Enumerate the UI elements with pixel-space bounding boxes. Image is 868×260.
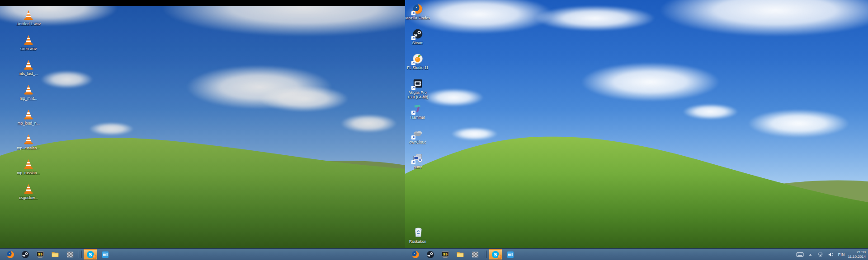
volume-icon[interactable] xyxy=(827,251,835,258)
desktop-icon-mp-milit[interactable]: mp_milit... xyxy=(16,84,41,108)
taskbar-separator xyxy=(484,251,487,258)
taskbar-button-skype[interactable]: S xyxy=(489,249,502,260)
tray-clock[interactable]: 21:30 11.10.2014 xyxy=(848,250,866,259)
desktop-icon-label: FL Studio 11 xyxy=(407,65,428,70)
left-desktop-icon-column: Untitled 1.wav siren.wav mts_last_... mp… xyxy=(16,9,41,208)
shortcut-arrow-icon xyxy=(411,160,415,164)
desktop-icon-label: siren.wav xyxy=(20,46,37,51)
taskbar-button-notes-app[interactable] xyxy=(504,249,517,260)
desktop-icon-label: mp_milit... xyxy=(20,96,38,101)
desktop-icon-label: mp_loud_n... xyxy=(17,121,39,125)
letterbox-bar xyxy=(0,0,405,6)
desktop-icon-mp-russian-1[interactable]: mp_russian... xyxy=(16,133,41,158)
taskbar-button-file-explorer[interactable] xyxy=(453,249,467,260)
shortcut-arrow-icon xyxy=(411,86,415,90)
fl-studio-icon xyxy=(412,53,424,65)
taskbar-right: 99 S FIN 21:30 11.10.2014 xyxy=(405,248,868,260)
system-tray: FIN 21:30 11.10.2014 xyxy=(796,249,866,260)
bliss-wallpaper xyxy=(0,0,405,260)
language-indicator[interactable]: FIN xyxy=(838,252,845,257)
hidden-icons-chevron-icon[interactable] xyxy=(807,251,814,258)
shortcut-arrow-icon xyxy=(411,36,415,40)
vlc-cone-icon xyxy=(23,158,34,170)
fraps-icon: 99 xyxy=(441,250,450,259)
desktop-icon-label: Hammer xyxy=(410,115,425,120)
notification-badge xyxy=(498,255,501,259)
blue-tile-icon xyxy=(101,250,110,259)
desktop-icon-label: mts_last_... xyxy=(19,71,38,76)
taskbar-button-grid-app[interactable] xyxy=(468,249,482,260)
vegas-pro-icon xyxy=(412,78,424,89)
desktop-icon-label: mp_russian... xyxy=(17,171,40,175)
folder-icon xyxy=(456,250,465,259)
bliss-wallpaper xyxy=(405,0,868,260)
steam-icon xyxy=(412,28,424,40)
firefox-icon xyxy=(6,250,15,259)
desktop-icon-vegas-pro[interactable]: Vegas Pro 13.0 (64-bit) xyxy=(405,78,430,102)
desktop-icon-mozilla-firefox[interactable]: Mozilla Firefox xyxy=(405,3,430,28)
folder-icon xyxy=(51,250,60,259)
desktop-icon-label: Vegas Pro 13.0 (64-bit) xyxy=(405,90,430,100)
desktop-icon-mts-last[interactable]: mts_last_... xyxy=(16,59,41,84)
fraps-icon: 99 xyxy=(36,250,45,259)
taskbar-buttons-left: 99 S xyxy=(0,249,112,260)
taskbar-separator xyxy=(79,251,82,258)
svg-text:99: 99 xyxy=(38,252,42,256)
vlc-cone-icon xyxy=(23,34,34,46)
desktop-icon-label: csgoclow... xyxy=(19,195,38,200)
taskbar-button-skype[interactable]: S xyxy=(84,249,97,260)
desktop-icon-label: mp_russian... xyxy=(17,146,40,150)
network-icon[interactable] xyxy=(817,251,825,258)
vlc-cone-icon xyxy=(23,133,34,145)
right-monitor: Mozilla Firefox Steam FL Studio 11 Vegas… xyxy=(405,0,868,260)
shortcut-arrow-icon xyxy=(411,61,415,65)
taskbar-button-file-explorer[interactable] xyxy=(48,249,62,260)
firefox-icon xyxy=(412,3,424,15)
blue-tile-icon xyxy=(506,250,515,259)
desktop-icon-label: Mozilla Firefox xyxy=(406,16,430,20)
shortcut-arrow-icon xyxy=(411,135,415,139)
shortcut-arrow-icon xyxy=(411,111,415,115)
taskbar-button-grid-app[interactable] xyxy=(63,249,77,260)
desktop-icon-label: Steam xyxy=(412,41,424,45)
desktop-icon-hammer[interactable]: Hammer xyxy=(405,102,430,127)
desktop-icon-fl-studio-11[interactable]: FL Studio 11 xyxy=(405,53,430,78)
desktop-icon-label: Untitled 1.wav xyxy=(16,22,40,26)
desktop-icon-mp-loud[interactable]: mp_loud_n... xyxy=(16,108,41,133)
firefox-icon xyxy=(411,250,420,259)
hill-graphic xyxy=(405,0,868,260)
desktop-icon-putty[interactable]: putty xyxy=(405,152,430,177)
putty-icon xyxy=(412,152,424,164)
vlc-cone-icon xyxy=(23,9,34,21)
steam-icon xyxy=(426,250,435,259)
hill-graphic xyxy=(0,0,405,260)
taskbar-button-steam[interactable] xyxy=(19,249,32,260)
svg-text:S: S xyxy=(89,251,92,257)
desktop-icon-steam[interactable]: Steam xyxy=(405,28,430,53)
svg-text:S: S xyxy=(494,251,497,257)
tray-time: 21:30 xyxy=(848,250,866,255)
desktop-icon-recycle-bin[interactable]: Roskakori xyxy=(405,225,430,250)
desktop-icon-owncloud[interactable]: ownCloud xyxy=(405,127,430,152)
desktop-icon-label: putty xyxy=(414,165,422,169)
touch-keyboard-icon[interactable] xyxy=(796,251,804,258)
desktop-icon-untitled-1-wav[interactable]: Untitled 1.wav xyxy=(16,9,41,34)
desktop-icon-mp-russian-2[interactable]: mp_russian... xyxy=(16,158,41,183)
desktop-icon-siren-wav[interactable]: siren.wav xyxy=(16,34,41,59)
taskbar-button-fraps[interactable]: 99 xyxy=(439,249,452,260)
taskbar-button-firefox[interactable] xyxy=(409,249,422,260)
recycle-bin-icon xyxy=(411,225,425,238)
tray-date: 11.10.2014 xyxy=(848,255,866,259)
taskbar-button-fraps[interactable]: 99 xyxy=(33,249,47,260)
taskbar-button-firefox[interactable] xyxy=(4,249,17,260)
desktop-icon-label: Roskakori xyxy=(409,239,426,244)
desktop-icon-csgoclow[interactable]: csgoclow... xyxy=(16,183,41,208)
grid-app-icon xyxy=(471,250,480,259)
left-monitor: Untitled 1.wav siren.wav mts_last_... mp… xyxy=(0,0,405,260)
taskbar-button-steam[interactable] xyxy=(424,249,437,260)
owncloud-icon xyxy=(412,127,424,139)
taskbar-button-notes-app[interactable] xyxy=(99,249,112,260)
desktop-icon-label: ownCloud xyxy=(409,140,426,144)
vlc-cone-icon xyxy=(23,183,34,195)
notification-badge xyxy=(93,255,96,259)
